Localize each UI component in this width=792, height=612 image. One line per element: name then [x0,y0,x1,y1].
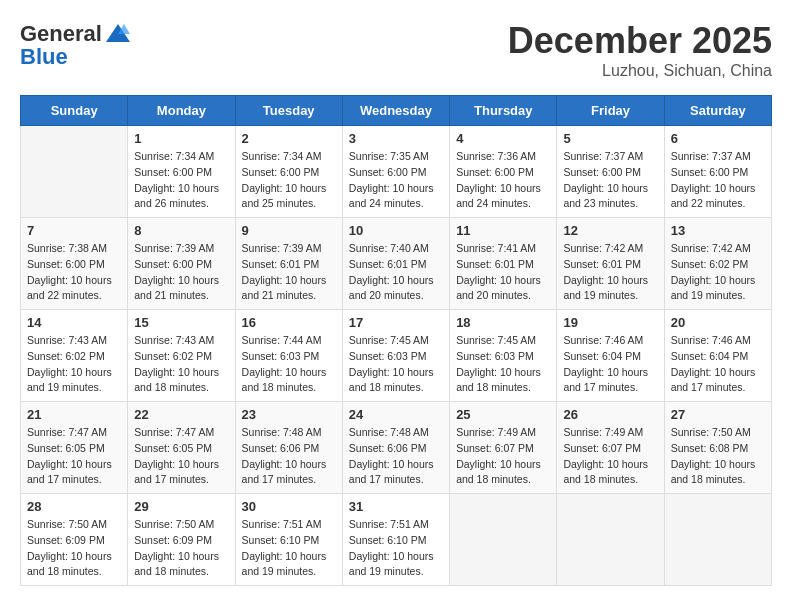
calendar-week-3: 14Sunrise: 7:43 AM Sunset: 6:02 PM Dayli… [21,310,772,402]
day-info: Sunrise: 7:50 AM Sunset: 6:09 PM Dayligh… [27,517,121,580]
day-number: 23 [242,407,336,422]
day-info: Sunrise: 7:37 AM Sunset: 6:00 PM Dayligh… [671,149,765,212]
calendar-cell: 22Sunrise: 7:47 AM Sunset: 6:05 PM Dayli… [128,402,235,494]
day-number: 21 [27,407,121,422]
day-number: 11 [456,223,550,238]
day-info: Sunrise: 7:50 AM Sunset: 6:08 PM Dayligh… [671,425,765,488]
day-info: Sunrise: 7:47 AM Sunset: 6:05 PM Dayligh… [27,425,121,488]
calendar-cell: 6Sunrise: 7:37 AM Sunset: 6:00 PM Daylig… [664,126,771,218]
calendar-cell: 30Sunrise: 7:51 AM Sunset: 6:10 PM Dayli… [235,494,342,586]
month-title: December 2025 [508,20,772,62]
day-info: Sunrise: 7:44 AM Sunset: 6:03 PM Dayligh… [242,333,336,396]
day-info: Sunrise: 7:39 AM Sunset: 6:00 PM Dayligh… [134,241,228,304]
logo: General Blue [20,20,132,70]
calendar-cell: 17Sunrise: 7:45 AM Sunset: 6:03 PM Dayli… [342,310,449,402]
calendar-cell: 25Sunrise: 7:49 AM Sunset: 6:07 PM Dayli… [450,402,557,494]
day-info: Sunrise: 7:51 AM Sunset: 6:10 PM Dayligh… [349,517,443,580]
day-info: Sunrise: 7:51 AM Sunset: 6:10 PM Dayligh… [242,517,336,580]
calendar-cell: 20Sunrise: 7:46 AM Sunset: 6:04 PM Dayli… [664,310,771,402]
calendar-cell: 21Sunrise: 7:47 AM Sunset: 6:05 PM Dayli… [21,402,128,494]
day-info: Sunrise: 7:47 AM Sunset: 6:05 PM Dayligh… [134,425,228,488]
calendar-cell: 13Sunrise: 7:42 AM Sunset: 6:02 PM Dayli… [664,218,771,310]
day-number: 28 [27,499,121,514]
day-number: 6 [671,131,765,146]
day-number: 4 [456,131,550,146]
day-info: Sunrise: 7:43 AM Sunset: 6:02 PM Dayligh… [134,333,228,396]
calendar-cell: 27Sunrise: 7:50 AM Sunset: 6:08 PM Dayli… [664,402,771,494]
calendar-cell: 10Sunrise: 7:40 AM Sunset: 6:01 PM Dayli… [342,218,449,310]
day-number: 24 [349,407,443,422]
day-number: 5 [563,131,657,146]
day-info: Sunrise: 7:38 AM Sunset: 6:00 PM Dayligh… [27,241,121,304]
calendar-cell: 5Sunrise: 7:37 AM Sunset: 6:00 PM Daylig… [557,126,664,218]
weekday-header-tuesday: Tuesday [235,96,342,126]
calendar-cell: 31Sunrise: 7:51 AM Sunset: 6:10 PM Dayli… [342,494,449,586]
calendar-cell: 3Sunrise: 7:35 AM Sunset: 6:00 PM Daylig… [342,126,449,218]
weekday-header-monday: Monday [128,96,235,126]
day-info: Sunrise: 7:45 AM Sunset: 6:03 PM Dayligh… [349,333,443,396]
day-info: Sunrise: 7:49 AM Sunset: 6:07 PM Dayligh… [456,425,550,488]
calendar-cell: 19Sunrise: 7:46 AM Sunset: 6:04 PM Dayli… [557,310,664,402]
day-number: 17 [349,315,443,330]
day-number: 15 [134,315,228,330]
weekday-header-sunday: Sunday [21,96,128,126]
calendar-cell: 26Sunrise: 7:49 AM Sunset: 6:07 PM Dayli… [557,402,664,494]
day-number: 26 [563,407,657,422]
calendar-cell [450,494,557,586]
day-number: 10 [349,223,443,238]
day-number: 7 [27,223,121,238]
day-number: 31 [349,499,443,514]
day-info: Sunrise: 7:42 AM Sunset: 6:01 PM Dayligh… [563,241,657,304]
calendar-cell: 15Sunrise: 7:43 AM Sunset: 6:02 PM Dayli… [128,310,235,402]
calendar-cell: 23Sunrise: 7:48 AM Sunset: 6:06 PM Dayli… [235,402,342,494]
day-number: 9 [242,223,336,238]
day-info: Sunrise: 7:39 AM Sunset: 6:01 PM Dayligh… [242,241,336,304]
day-info: Sunrise: 7:36 AM Sunset: 6:00 PM Dayligh… [456,149,550,212]
calendar-table: SundayMondayTuesdayWednesdayThursdayFrid… [20,95,772,586]
calendar-cell: 12Sunrise: 7:42 AM Sunset: 6:01 PM Dayli… [557,218,664,310]
calendar-week-4: 21Sunrise: 7:47 AM Sunset: 6:05 PM Dayli… [21,402,772,494]
calendar-week-1: 1Sunrise: 7:34 AM Sunset: 6:00 PM Daylig… [21,126,772,218]
day-info: Sunrise: 7:34 AM Sunset: 6:00 PM Dayligh… [242,149,336,212]
weekday-header-saturday: Saturday [664,96,771,126]
day-info: Sunrise: 7:49 AM Sunset: 6:07 PM Dayligh… [563,425,657,488]
day-number: 22 [134,407,228,422]
weekday-header-wednesday: Wednesday [342,96,449,126]
calendar-cell: 4Sunrise: 7:36 AM Sunset: 6:00 PM Daylig… [450,126,557,218]
title-area: December 2025 Luzhou, Sichuan, China [508,20,772,80]
weekday-header-friday: Friday [557,96,664,126]
calendar-cell: 1Sunrise: 7:34 AM Sunset: 6:00 PM Daylig… [128,126,235,218]
calendar-cell: 28Sunrise: 7:50 AM Sunset: 6:09 PM Dayli… [21,494,128,586]
calendar-cell: 18Sunrise: 7:45 AM Sunset: 6:03 PM Dayli… [450,310,557,402]
calendar-week-5: 28Sunrise: 7:50 AM Sunset: 6:09 PM Dayli… [21,494,772,586]
day-number: 20 [671,315,765,330]
calendar-week-2: 7Sunrise: 7:38 AM Sunset: 6:00 PM Daylig… [21,218,772,310]
day-info: Sunrise: 7:34 AM Sunset: 6:00 PM Dayligh… [134,149,228,212]
day-number: 30 [242,499,336,514]
day-number: 29 [134,499,228,514]
day-number: 12 [563,223,657,238]
day-info: Sunrise: 7:46 AM Sunset: 6:04 PM Dayligh… [671,333,765,396]
calendar-cell: 29Sunrise: 7:50 AM Sunset: 6:09 PM Dayli… [128,494,235,586]
day-number: 3 [349,131,443,146]
calendar-cell [21,126,128,218]
day-info: Sunrise: 7:35 AM Sunset: 6:00 PM Dayligh… [349,149,443,212]
day-info: Sunrise: 7:45 AM Sunset: 6:03 PM Dayligh… [456,333,550,396]
calendar-cell [664,494,771,586]
day-number: 27 [671,407,765,422]
calendar-cell: 14Sunrise: 7:43 AM Sunset: 6:02 PM Dayli… [21,310,128,402]
day-info: Sunrise: 7:46 AM Sunset: 6:04 PM Dayligh… [563,333,657,396]
day-info: Sunrise: 7:40 AM Sunset: 6:01 PM Dayligh… [349,241,443,304]
weekday-header-thursday: Thursday [450,96,557,126]
day-number: 8 [134,223,228,238]
day-number: 19 [563,315,657,330]
day-info: Sunrise: 7:37 AM Sunset: 6:00 PM Dayligh… [563,149,657,212]
calendar-cell: 24Sunrise: 7:48 AM Sunset: 6:06 PM Dayli… [342,402,449,494]
day-info: Sunrise: 7:48 AM Sunset: 6:06 PM Dayligh… [349,425,443,488]
calendar-cell: 16Sunrise: 7:44 AM Sunset: 6:03 PM Dayli… [235,310,342,402]
page-header: General Blue December 2025 Luzhou, Sichu… [20,20,772,80]
location: Luzhou, Sichuan, China [508,62,772,80]
day-number: 1 [134,131,228,146]
logo-icon [104,20,132,48]
day-number: 14 [27,315,121,330]
